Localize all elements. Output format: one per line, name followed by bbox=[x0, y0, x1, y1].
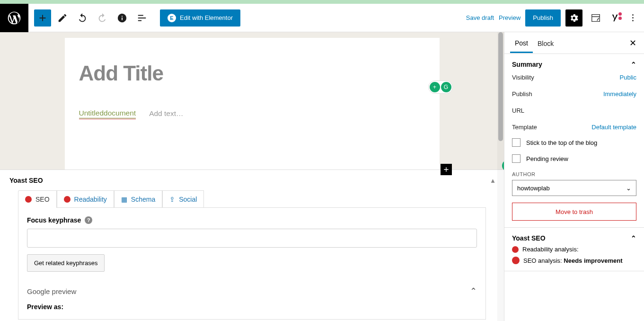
template-label: Template bbox=[512, 124, 537, 131]
stick-checkbox[interactable] bbox=[512, 138, 520, 147]
outline-button[interactable] bbox=[133, 9, 150, 27]
elementor-icon: E bbox=[168, 14, 176, 22]
tab-readability[interactable]: Readability bbox=[57, 190, 114, 208]
tab-seo[interactable]: SEO bbox=[18, 190, 57, 208]
author-select[interactable]: howtowplab⌄ bbox=[512, 180, 636, 196]
undo-button[interactable] bbox=[74, 9, 91, 27]
tab-schema[interactable]: ▦Schema bbox=[114, 190, 162, 208]
pending-label: Pending review bbox=[526, 155, 568, 162]
pending-checkbox[interactable] bbox=[512, 154, 520, 163]
related-keyphrases-button[interactable]: Get related keyphrases bbox=[27, 254, 105, 272]
edit-mode-button[interactable] bbox=[54, 9, 71, 27]
tab-social[interactable]: ⇪Social bbox=[162, 190, 204, 208]
chevron-up-icon[interactable]: ⌃ bbox=[470, 286, 477, 296]
stick-label: Stick to the top of the blog bbox=[526, 139, 597, 146]
chevron-up-icon: ⌃ bbox=[631, 61, 636, 68]
google-preview-heading: Google preview bbox=[27, 287, 76, 295]
settings-sidebar: Post Block ✕ Summary⌃ VisibilityPublic P… bbox=[504, 32, 644, 321]
edit-with-elementor-button[interactable]: E Edit with Elementor bbox=[160, 9, 240, 27]
share-icon: ⇪ bbox=[169, 196, 175, 203]
save-draft-link[interactable]: Save draft bbox=[466, 14, 494, 21]
redo-button[interactable] bbox=[94, 9, 111, 27]
chevron-down-icon: ⌄ bbox=[626, 185, 631, 192]
document-link[interactable]: Untitleddocument bbox=[79, 109, 136, 118]
preview-as-label: Preview as: bbox=[27, 303, 477, 311]
focus-keyphrase-input[interactable] bbox=[27, 229, 477, 248]
grammarly-add-icon: + bbox=[430, 82, 440, 92]
close-icon[interactable]: ✕ bbox=[627, 36, 638, 50]
readability-dot-icon bbox=[512, 246, 519, 253]
grammarly-widget-2[interactable] bbox=[502, 160, 504, 171]
grammarly-widget[interactable]: + G bbox=[428, 80, 453, 94]
visibility-value[interactable]: Public bbox=[620, 74, 636, 81]
yoast-toolbar-icon[interactable] bbox=[609, 11, 622, 25]
schema-icon: ▦ bbox=[121, 196, 127, 203]
move-to-trash-button[interactable]: Move to trash bbox=[512, 203, 636, 221]
readability-indicator-icon bbox=[64, 196, 71, 203]
grammarly-icon: G bbox=[441, 82, 451, 92]
elementor-label: Edit with Elementor bbox=[180, 14, 233, 21]
yoast-collapse-icon[interactable]: ▴ bbox=[491, 177, 494, 184]
add-text-placeholder[interactable]: Add text… bbox=[149, 109, 183, 118]
publish-label: Publish bbox=[512, 90, 532, 98]
settings-button[interactable] bbox=[565, 9, 582, 27]
publish-value[interactable]: Immediately bbox=[603, 90, 636, 98]
seo-face-icon bbox=[512, 257, 520, 264]
readability-analysis-label: Readability analysis: bbox=[522, 246, 579, 253]
yoast-sidebar-toggle[interactable]: Yoast SEO⌃ bbox=[512, 234, 636, 242]
chevron-up-icon: ⌃ bbox=[631, 234, 636, 242]
add-block-button[interactable] bbox=[34, 9, 51, 27]
seo-analysis-label: SEO analysis: bbox=[523, 257, 562, 264]
seo-indicator-icon bbox=[25, 196, 32, 203]
canvas-scrollbar[interactable] bbox=[497, 32, 504, 321]
yoast-panel-title: Yoast SEO bbox=[9, 177, 43, 184]
template-button[interactable] bbox=[587, 9, 604, 27]
seo-analysis-value: Needs improvement bbox=[564, 257, 622, 264]
post-title-input[interactable]: Add Title bbox=[79, 62, 425, 85]
preview-link[interactable]: Preview bbox=[499, 14, 520, 21]
focus-keyphrase-label: Focus keyphrase bbox=[27, 216, 81, 224]
author-section-label: AUTHOR bbox=[512, 171, 636, 177]
info-button[interactable] bbox=[114, 9, 131, 27]
visibility-label: Visibility bbox=[512, 74, 534, 81]
url-label: URL bbox=[512, 107, 524, 114]
summary-toggle[interactable]: Summary⌃ bbox=[512, 61, 636, 68]
help-icon[interactable]: ? bbox=[85, 216, 92, 224]
wordpress-logo[interactable] bbox=[0, 4, 28, 32]
template-value[interactable]: Default template bbox=[591, 124, 636, 131]
tab-post[interactable]: Post bbox=[510, 33, 533, 53]
top-toolbar: E Edit with Elementor Save draft Preview… bbox=[0, 4, 644, 32]
publish-button[interactable]: Publish bbox=[525, 9, 561, 27]
add-block-inline-button[interactable] bbox=[441, 164, 452, 175]
tab-block[interactable]: Block bbox=[533, 33, 558, 53]
more-options-button[interactable] bbox=[627, 14, 638, 21]
